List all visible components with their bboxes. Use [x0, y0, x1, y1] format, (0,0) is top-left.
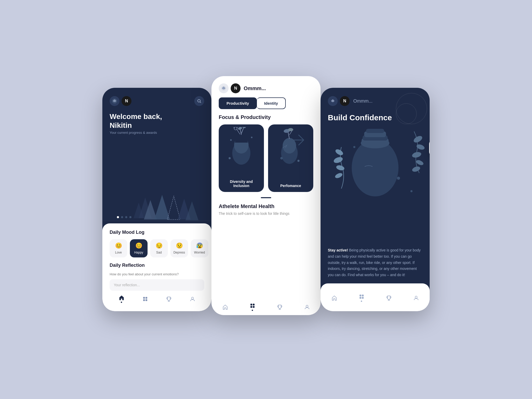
svg-rect-49 — [253, 306, 255, 308]
athlete-subtitle: The trick to self-care is to look for li… — [219, 211, 313, 216]
reflection-title: Daily Reflection — [110, 263, 204, 268]
svg-point-42 — [288, 128, 293, 131]
svg-rect-13 — [143, 297, 145, 299]
mood-happy[interactable]: 😊 Happy — [130, 239, 148, 257]
sad-emoji: 😔 — [156, 242, 163, 249]
reflection-subtitle: How do you feel about your current emoti… — [110, 272, 204, 276]
carousel-dot-2[interactable] — [121, 216, 123, 218]
center-nav-profile[interactable] — [304, 304, 310, 310]
svg-point-36 — [229, 157, 231, 159]
svg-line-43 — [289, 131, 292, 135]
reflection-input[interactable]: Your reflection... — [110, 279, 204, 291]
mood-love[interactable]: 😊 Love — [110, 239, 127, 257]
svg-point-39 — [283, 138, 296, 154]
focus-heading: Focus & Productivity — [211, 114, 321, 120]
svg-rect-77 — [362, 297, 364, 299]
center-app-name: Ommm... — [244, 85, 266, 91]
search-button[interactable] — [194, 96, 204, 106]
stay-active-highlight: Stay active! — [328, 248, 348, 252]
svg-point-19 — [191, 297, 194, 299]
tab-productivity[interactable]: Productivity — [219, 97, 257, 109]
svg-point-80 — [415, 296, 417, 298]
carousel-dot-4[interactable] — [129, 216, 131, 218]
mood-log-title: Daily Mood Log — [110, 230, 204, 235]
right-nav-grid[interactable] — [359, 294, 364, 302]
right-content-text: Stay active! Being physically active is … — [321, 242, 430, 283]
svg-rect-75 — [362, 295, 364, 296]
svg-point-58 — [411, 151, 422, 159]
center-nav-trophy[interactable] — [277, 304, 283, 310]
center-nav-grid[interactable] — [250, 303, 255, 311]
svg-point-35 — [251, 137, 252, 138]
right-bottom-nav — [321, 289, 430, 306]
welcome-title: Welcome back,Nikitin — [110, 112, 204, 130]
carousel-dot-3[interactable] — [125, 216, 127, 218]
svg-point-69 — [336, 164, 345, 171]
tab-identity[interactable]: Identity — [257, 97, 286, 109]
left-phone: N Welcome back,Nikitin Your current prog… — [102, 88, 211, 311]
svg-rect-48 — [250, 306, 252, 308]
nav-trophy[interactable] — [166, 296, 172, 302]
right-brain-icon — [328, 96, 338, 106]
deco-circle-2 — [396, 103, 417, 124]
logo-group: N — [110, 96, 131, 106]
svg-point-44 — [280, 157, 283, 159]
svg-marker-8 — [154, 195, 170, 220]
card2-illustration — [268, 127, 313, 170]
sad-label: Sad — [156, 251, 162, 254]
right-nav-trophy[interactable] — [386, 295, 392, 301]
svg-point-68 — [333, 156, 344, 164]
mood-sad[interactable]: 😔 Sad — [150, 239, 168, 257]
svg-point-45 — [297, 160, 300, 162]
svg-rect-47 — [253, 304, 255, 305]
right-n-icon: N — [340, 96, 350, 106]
svg-point-60 — [411, 165, 421, 173]
center-brain-icon — [219, 83, 229, 93]
mood-depress[interactable]: 😟 Depress — [170, 239, 188, 257]
right-phone: N Ommm... Build Confidence 😔 Sad — [321, 88, 430, 311]
svg-line-40 — [288, 132, 289, 139]
svg-line-4 — [200, 102, 201, 103]
svg-point-34 — [230, 139, 232, 141]
center-nav-home[interactable] — [222, 304, 228, 310]
nav-profile[interactable] — [190, 296, 195, 302]
welcome-section: Welcome back,Nikitin Your current progre… — [102, 106, 211, 135]
content-cards: Diversity andInclusion — [211, 124, 321, 192]
svg-point-54 — [332, 101, 332, 101]
carousel-dot-1[interactable] — [117, 216, 119, 218]
happy-label: Happy — [134, 251, 143, 254]
right-app-name: Ommm... — [353, 98, 373, 104]
svg-rect-76 — [360, 297, 361, 299]
svg-point-55 — [333, 101, 334, 101]
mood-worried[interactable]: 😰 Worried — [191, 239, 208, 257]
svg-marker-9 — [167, 196, 180, 220]
hero-illustration — [102, 135, 211, 223]
svg-rect-15 — [143, 299, 145, 301]
svg-point-73 — [410, 190, 413, 192]
nav-grid[interactable] — [142, 296, 148, 302]
depress-emoji: 😟 — [176, 242, 183, 249]
n-logo-icon: N — [122, 96, 131, 106]
love-emoji: 😊 — [115, 242, 122, 249]
card-performance[interactable]: Perfomance — [268, 124, 313, 192]
center-header: N Ommm... — [211, 76, 321, 97]
center-n-icon: N — [231, 83, 241, 93]
svg-point-28 — [242, 127, 246, 129]
center-nav-grid-dot — [252, 310, 253, 311]
right-nav-profile[interactable] — [413, 295, 419, 301]
right-nav-dot — [361, 301, 362, 302]
worried-label: Worried — [194, 251, 205, 254]
right-content-body: Being physically active is good for your… — [328, 248, 421, 277]
center-phone: N Ommm... Productivity Identity Focus & … — [211, 76, 321, 315]
happy-emoji: 😊 — [135, 242, 142, 249]
nav-home-dot — [121, 302, 122, 303]
nav-home[interactable] — [119, 295, 124, 303]
athlete-section: Athelete Mental Health The trick to self… — [211, 203, 321, 216]
tabs-row: Productivity Identity — [211, 97, 321, 109]
svg-point-56 — [413, 135, 423, 144]
card-diversity[interactable]: Diversity andInclusion — [219, 124, 264, 192]
worried-emoji: 😰 — [196, 242, 203, 249]
svg-point-72 — [397, 177, 400, 180]
right-nav-home[interactable] — [331, 295, 337, 301]
svg-point-70 — [334, 172, 343, 179]
